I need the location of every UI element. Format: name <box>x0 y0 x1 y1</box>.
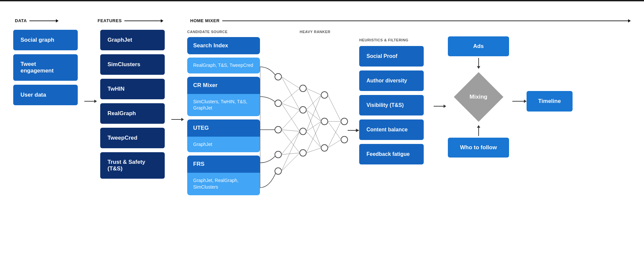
svg-line-21 <box>281 130 300 131</box>
realgraph-ts-group: RealGraph, T&S, TweepCred <box>187 58 260 73</box>
top-bar <box>0 0 644 1</box>
heuristics-column: HEURISTICS & FILTERING Social Proof Auth… <box>359 38 424 164</box>
home-mixer-section-header: HOME MIXER <box>190 18 631 23</box>
svg-line-22 <box>281 130 300 153</box>
feature-twhin: TwHIN <box>100 79 165 99</box>
svg-point-5 <box>275 168 281 174</box>
svg-point-6 <box>300 85 306 92</box>
svg-line-18 <box>281 103 300 110</box>
svg-line-37 <box>328 95 341 121</box>
svg-line-28 <box>306 88 321 121</box>
heuristic-author-diversity: Author diversity <box>359 70 424 91</box>
data-item-user-data: User data <box>13 85 78 105</box>
ads-to-mixing-arrow <box>477 58 480 69</box>
mixing-label: Mixing <box>470 94 488 100</box>
heuristic-content-balance: Content balance <box>359 119 424 140</box>
frs-header: FRS <box>187 156 260 173</box>
features-column: GraphJet SimClusters TwHIN RealGraph Twe… <box>100 30 165 179</box>
heuristic-feedback-fatigue: Feedback fatigue <box>359 144 424 164</box>
heuristics-label: HEURISTICS & FILTERING <box>359 38 424 42</box>
heavy-ranker-label: HEAVY RANKER <box>300 30 330 34</box>
svg-line-20 <box>281 110 300 130</box>
uteg-sub: GraphJet <box>187 137 260 153</box>
realgraph-ts-sub: RealGraph, T&S, TweepCred <box>187 58 260 73</box>
feature-trust-safety: Trust & Safety (T&S) <box>100 152 165 179</box>
svg-line-25 <box>281 153 300 171</box>
svg-point-9 <box>300 150 306 156</box>
svg-line-29 <box>306 95 321 110</box>
data-item-tweet-engagement: Tweet engagement <box>13 54 78 81</box>
frs-sub: GraphJet, RealGraph, SimClusters <box>187 173 260 195</box>
svg-point-1 <box>275 73 281 80</box>
data-item-social-graph: Social graph <box>13 30 78 50</box>
frs-group: FRS GraphJet, RealGraph, SimClusters <box>187 156 260 195</box>
cr-mixer-sub: SimClusters, TwHIN, T&S, GraphJet <box>187 94 260 116</box>
heuristic-social-proof: Social Proof <box>359 46 424 67</box>
features-arrow <box>124 19 163 23</box>
heuristics-to-mixing-arrow <box>434 105 446 108</box>
svg-point-11 <box>321 118 328 125</box>
data-to-features-arrow <box>84 100 97 103</box>
heuristic-visibility: Visibility (T&S) <box>359 95 424 115</box>
cr-mixer-header: CR Mixer <box>187 77 260 94</box>
svg-line-16 <box>281 77 300 110</box>
svg-line-36 <box>306 148 321 153</box>
data-label: DATA <box>15 18 27 23</box>
mixing-to-timeline-arrow <box>512 100 527 103</box>
home-mixer-label: HOME MIXER <box>190 18 220 23</box>
data-section-header: DATA <box>15 18 94 23</box>
content-row: Social graph Tweet engagement User data … <box>13 30 631 199</box>
ads-box: Ads <box>448 36 509 56</box>
features-section-header: FEATURES <box>98 18 190 23</box>
svg-point-4 <box>275 151 281 158</box>
data-arrow <box>29 19 59 23</box>
candidate-source-column: CANDIDATE SOURCE Search Index RealGraph,… <box>187 30 260 199</box>
home-mixer-arrow <box>222 19 631 23</box>
uteg-header: UTEG <box>187 119 260 137</box>
svg-point-12 <box>321 145 328 151</box>
svg-line-24 <box>281 153 300 155</box>
svg-point-3 <box>275 126 281 133</box>
main-container: DATA FEATURES HOME MIXER <box>0 0 644 272</box>
search-index-header: Search Index <box>187 37 260 54</box>
svg-point-10 <box>321 92 328 98</box>
features-label: FEATURES <box>98 18 122 23</box>
svg-point-8 <box>300 128 306 135</box>
svg-line-15 <box>281 77 300 88</box>
svg-line-27 <box>306 88 321 95</box>
output-column: Ads Mixing Wh <box>448 36 509 158</box>
timeline-box: Timeline <box>527 91 573 112</box>
neural-network-svg <box>260 37 359 199</box>
svg-line-19 <box>281 103 300 131</box>
feature-simclusters: SimClusters <box>100 54 165 75</box>
feature-tweepcred: TweepCred <box>100 128 165 148</box>
svg-point-14 <box>341 136 348 143</box>
data-column: Social graph Tweet engagement User data <box>13 30 78 105</box>
svg-point-2 <box>275 100 281 107</box>
candidate-source-label: CANDIDATE SOURCE <box>187 30 260 34</box>
heuristics-list: Social Proof Author diversity Visibility… <box>359 46 424 164</box>
svg-line-39 <box>328 121 341 140</box>
search-index-group: Search Index <box>187 37 260 54</box>
uteg-group: UTEG GraphJet <box>187 119 260 153</box>
feature-graphjet: GraphJet <box>100 30 165 50</box>
neural-area: HEAVY RANKER <box>260 30 359 199</box>
who-to-follow-to-mixing-arrow <box>477 125 480 136</box>
svg-line-34 <box>306 131 321 148</box>
mixing-diamond-container: Mixing <box>454 72 503 122</box>
feature-realgraph: RealGraph <box>100 103 165 124</box>
svg-marker-43 <box>356 129 359 132</box>
svg-line-17 <box>281 88 300 103</box>
features-to-mixer-arrow <box>171 118 184 121</box>
svg-point-13 <box>341 118 348 125</box>
cr-mixer-group: CR Mixer SimClusters, TwHIN, T&S, GraphJ… <box>187 77 260 116</box>
who-to-follow-box: Who to follow <box>448 138 509 158</box>
svg-point-7 <box>300 107 306 113</box>
